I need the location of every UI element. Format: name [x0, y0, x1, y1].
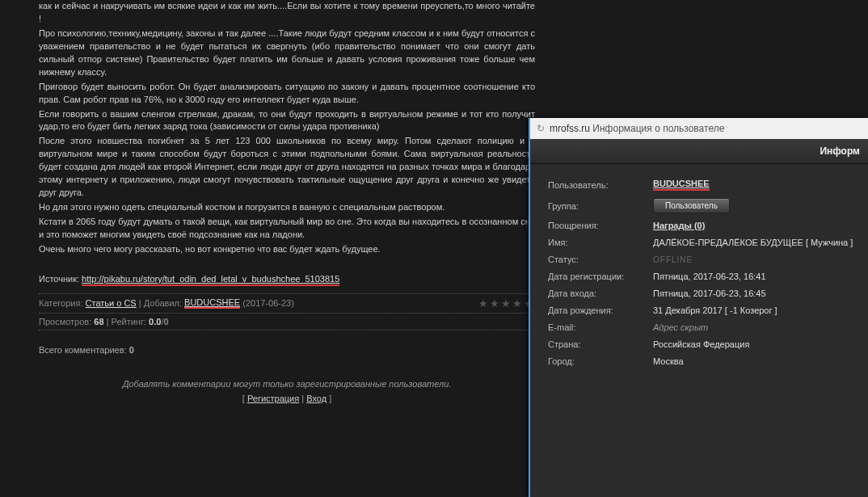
- meta-row-2: Просмотров: 68 | Рейтинг: 0.0/0: [39, 314, 535, 331]
- popup-domain: mrofss.ru: [550, 123, 590, 134]
- info-row-regdate: Дата регистрации: Пятница, 2017-06-23, 1…: [548, 272, 857, 281]
- register-links: [ Регистрация | Вход ]: [39, 394, 535, 403]
- comments-total-label: Всего комментариев:: [39, 345, 127, 355]
- source-link[interactable]: http://pikabu.ru/story/tut_odin_ded_leta…: [82, 274, 339, 286]
- author-link[interactable]: BUDUCSHEE: [184, 297, 240, 309]
- group-badge[interactable]: Пользователь: [653, 198, 730, 213]
- info-row-country: Страна: Российская Федерация: [548, 339, 857, 349]
- article-paragraph: Но для этого нужно одеть специальный кос…: [39, 201, 535, 214]
- rating-count: 0: [163, 317, 168, 326]
- article-paragraph: как и сейчас и накручивать им всякие иде…: [39, 0, 535, 26]
- source-line: Источник: http://pikabu.ru/story/tut_odi…: [39, 274, 535, 287]
- profile-username-link[interactable]: BUDUCSHEE: [653, 179, 710, 191]
- article-paragraph: После этого новшества погибнет за 5 лет …: [39, 135, 535, 200]
- comments-total-value: 0: [129, 345, 134, 355]
- info-row-status: Статус: OFFLINE: [548, 255, 857, 264]
- category-label: Категория:: [39, 298, 82, 308]
- popup-title-suffix: Информация о пользователе: [590, 123, 724, 134]
- info-row-name: Имя: ДАЛЁКОЕ-ПРЕДАЛЁКОЕ БУДУЩЕЕ [ Мужчин…: [548, 238, 857, 247]
- rating-value: 0.0: [149, 317, 161, 326]
- city-value: Москва: [653, 356, 684, 366]
- user-info-popup: ↻ mrofss.ru Информация о пользователе Ин…: [529, 118, 868, 497]
- article-paragraph: Если говорить о вашим сленгом стрелкам, …: [39, 108, 535, 134]
- info-row-email: E-mail: Адрес скрыт: [548, 322, 857, 332]
- info-row-user: Пользователь: BUDUCSHEE: [548, 179, 857, 191]
- main-article-panel: как и сейчас и накручивать им всякие иде…: [24, 0, 550, 403]
- post-date: (2017-06-23): [242, 298, 294, 308]
- popup-url-bar: ↻ mrofss.ru Информация о пользователе: [530, 118, 868, 139]
- popup-url-text: mrofss.ru Информация о пользователе: [550, 123, 724, 134]
- info-row-birth: Дата рождения: 31 Декабря 2017 [ -1 Козе…: [548, 305, 857, 315]
- article-paragraph: Про психологию,технику,медицину, законы …: [39, 27, 535, 79]
- category-link[interactable]: Статьи о CS: [86, 298, 137, 308]
- article-paragraph: Приговор будет выносить робот. Он будет …: [39, 81, 535, 107]
- meta-row-1: Категория: Статьи о CS | Добавил: BUDUCS…: [39, 293, 535, 314]
- rating-stars[interactable]: ★★★★★: [478, 297, 535, 310]
- awards-link[interactable]: Награды (0): [653, 221, 705, 230]
- user-info-body: Пользователь: BUDUCSHEE Группа: Пользова…: [530, 164, 868, 381]
- views-value: 68: [94, 317, 103, 326]
- info-row-logindate: Дата входа: Пятница, 2017-06-23, 16:45: [548, 289, 857, 298]
- popup-header: Информ: [530, 139, 868, 164]
- rating-label: Рейтинг:: [112, 317, 146, 326]
- reload-icon[interactable]: ↻: [537, 123, 545, 134]
- info-row-city: Город: Москва: [548, 356, 857, 366]
- views-label: Просмотров:: [39, 317, 91, 326]
- source-label: Источник:: [39, 274, 79, 284]
- article-paragraph: Очень много чего могу рассказать, но вот…: [39, 243, 535, 256]
- comments-total: Всего комментариев: 0: [39, 345, 535, 355]
- article-paragraph: Кстати в 2065 году будут думать о такой …: [39, 216, 535, 242]
- register-prompt: Добавлять комментарии могут только зарег…: [39, 379, 535, 389]
- article-body: как и сейчас и накручивать им всякие иде…: [39, 0, 535, 256]
- login-link[interactable]: Вход: [306, 394, 327, 403]
- added-label: Добавил:: [144, 298, 182, 308]
- info-row-group: Группа: Пользователь: [548, 198, 857, 213]
- info-row-awards: Поощрения: Награды (0): [548, 221, 857, 230]
- register-link[interactable]: Регистрация: [247, 394, 299, 403]
